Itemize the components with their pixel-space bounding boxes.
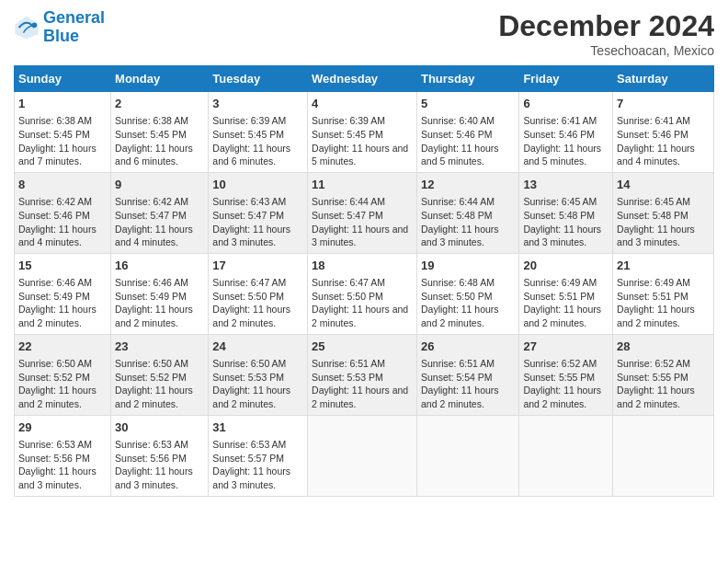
svg-marker-0 [15, 16, 38, 39]
calendar-week-row: 22Sunrise: 6:50 AMSunset: 5:52 PMDayligh… [15, 334, 714, 415]
calendar-cell: 20Sunrise: 6:49 AMSunset: 5:51 PMDayligh… [519, 253, 613, 334]
sunrise-text: Sunrise: 6:48 AM [421, 277, 495, 288]
sunrise-text: Sunrise: 6:50 AM [212, 358, 286, 369]
sunrise-text: Sunrise: 6:50 AM [115, 358, 188, 369]
sunrise-text: Sunrise: 6:42 AM [115, 196, 188, 207]
calendar-week-row: 15Sunrise: 6:46 AMSunset: 5:49 PMDayligh… [15, 253, 714, 334]
calendar-cell: 28Sunrise: 6:52 AMSunset: 5:55 PMDayligh… [613, 334, 714, 415]
day-number: 4 [312, 96, 413, 112]
calendar-cell: 21Sunrise: 6:49 AMSunset: 5:51 PMDayligh… [613, 253, 714, 334]
day-number: 22 [18, 339, 107, 355]
sunrise-text: Sunrise: 6:39 AM [312, 115, 385, 126]
daylight-text: Daylight: 11 hours and 2 minutes. [212, 304, 290, 328]
day-number: 2 [115, 96, 204, 112]
sunset-text: Sunset: 5:53 PM [212, 372, 284, 383]
sunset-text: Sunset: 5:51 PM [617, 291, 688, 302]
sunrise-text: Sunrise: 6:45 AM [617, 196, 690, 207]
daylight-text: Daylight: 11 hours and 5 minutes. [523, 143, 601, 167]
day-number: 3 [212, 96, 303, 112]
daylight-text: Daylight: 11 hours and 2 minutes. [312, 385, 408, 409]
calendar-cell: 16Sunrise: 6:46 AMSunset: 5:49 PMDayligh… [111, 253, 209, 334]
day-number: 5 [421, 96, 515, 112]
calendar-cell: 19Sunrise: 6:48 AMSunset: 5:50 PMDayligh… [416, 253, 518, 334]
calendar-cell: 9Sunrise: 6:42 AMSunset: 5:47 PMDaylight… [111, 172, 209, 253]
calendar-cell: 30Sunrise: 6:53 AMSunset: 5:56 PMDayligh… [111, 415, 209, 496]
daylight-text: Daylight: 11 hours and 2 minutes. [312, 304, 408, 328]
daylight-text: Daylight: 11 hours and 3 minutes. [212, 224, 290, 248]
logo-icon [14, 15, 40, 40]
calendar-cell [519, 415, 613, 496]
sunset-text: Sunset: 5:46 PM [421, 129, 493, 140]
sunrise-text: Sunrise: 6:39 AM [212, 115, 286, 126]
daylight-text: Daylight: 11 hours and 3 minutes. [523, 224, 601, 248]
sunrise-text: Sunrise: 6:49 AM [523, 277, 597, 288]
daylight-text: Daylight: 11 hours and 2 minutes. [421, 385, 499, 409]
calendar-cell: 23Sunrise: 6:50 AMSunset: 5:52 PMDayligh… [111, 334, 209, 415]
day-number: 28 [617, 339, 710, 355]
day-number: 17 [212, 258, 303, 274]
calendar-body: 1Sunrise: 6:38 AMSunset: 5:45 PMDaylight… [15, 92, 714, 497]
day-number: 16 [115, 258, 204, 274]
sunrise-text: Sunrise: 6:44 AM [421, 196, 495, 207]
sunset-text: Sunset: 5:57 PM [212, 453, 284, 464]
page-header: General Blue December 2024 Tesechoacan, … [14, 9, 714, 58]
sunset-text: Sunset: 5:52 PM [18, 372, 90, 383]
logo-line2: Blue [43, 27, 79, 45]
sunset-text: Sunset: 5:50 PM [212, 291, 284, 302]
calendar-cell: 4Sunrise: 6:39 AMSunset: 5:45 PMDaylight… [308, 92, 417, 173]
sunset-text: Sunset: 5:50 PM [312, 291, 383, 302]
sunrise-text: Sunrise: 6:45 AM [523, 196, 597, 207]
sunrise-text: Sunrise: 6:47 AM [212, 277, 286, 288]
day-number: 12 [421, 177, 515, 193]
sunset-text: Sunset: 5:47 PM [312, 210, 383, 221]
col-sunday: Sunday [15, 66, 111, 92]
calendar-cell: 13Sunrise: 6:45 AMSunset: 5:48 PMDayligh… [519, 172, 613, 253]
daylight-text: Daylight: 11 hours and 7 minutes. [18, 143, 97, 167]
daylight-text: Daylight: 11 hours and 2 minutes. [617, 304, 695, 328]
day-number: 6 [523, 96, 609, 112]
day-number: 29 [18, 419, 107, 436]
sunrise-text: Sunrise: 6:47 AM [312, 277, 385, 288]
calendar-cell: 25Sunrise: 6:51 AMSunset: 5:53 PMDayligh… [308, 334, 417, 415]
calendar-cell [613, 415, 714, 496]
daylight-text: Daylight: 11 hours and 2 minutes. [18, 385, 97, 409]
sunrise-text: Sunrise: 6:46 AM [18, 277, 92, 288]
day-number: 8 [18, 177, 107, 193]
sunrise-text: Sunrise: 6:53 AM [212, 439, 286, 450]
sunset-text: Sunset: 5:47 PM [212, 210, 284, 221]
daylight-text: Daylight: 11 hours and 2 minutes. [523, 385, 601, 409]
daylight-text: Daylight: 11 hours and 3 minutes. [312, 224, 408, 248]
calendar-cell: 12Sunrise: 6:44 AMSunset: 5:48 PMDayligh… [416, 172, 518, 253]
calendar-cell: 8Sunrise: 6:42 AMSunset: 5:46 PMDaylight… [15, 172, 111, 253]
daylight-text: Daylight: 11 hours and 3 minutes. [617, 224, 695, 248]
sunrise-text: Sunrise: 6:42 AM [18, 196, 92, 207]
day-number: 18 [312, 258, 413, 274]
sunrise-text: Sunrise: 6:51 AM [312, 358, 385, 369]
month-year-title: December 2024 [498, 9, 714, 43]
logo: General Blue [14, 9, 105, 46]
calendar-week-row: 8Sunrise: 6:42 AMSunset: 5:46 PMDaylight… [15, 172, 714, 253]
calendar-cell: 5Sunrise: 6:40 AMSunset: 5:46 PMDaylight… [416, 92, 518, 173]
logo-line1: General [43, 8, 105, 27]
day-number: 11 [312, 177, 413, 193]
sunset-text: Sunset: 5:45 PM [18, 129, 90, 140]
daylight-text: Daylight: 11 hours and 4 minutes. [617, 143, 695, 167]
sunrise-text: Sunrise: 6:41 AM [523, 115, 597, 126]
sunset-text: Sunset: 5:56 PM [18, 453, 90, 464]
calendar-week-row: 1Sunrise: 6:38 AMSunset: 5:45 PMDaylight… [15, 92, 714, 173]
daylight-text: Daylight: 11 hours and 2 minutes. [18, 304, 97, 328]
sunrise-text: Sunrise: 6:40 AM [421, 115, 495, 126]
day-number: 23 [115, 339, 204, 355]
sunset-text: Sunset: 5:53 PM [312, 372, 383, 383]
sunset-text: Sunset: 5:52 PM [115, 372, 187, 383]
sunset-text: Sunset: 5:48 PM [617, 210, 688, 221]
sunset-text: Sunset: 5:46 PM [617, 129, 688, 140]
calendar-cell: 22Sunrise: 6:50 AMSunset: 5:52 PMDayligh… [15, 334, 111, 415]
daylight-text: Daylight: 11 hours and 6 minutes. [115, 143, 193, 167]
calendar-cell: 11Sunrise: 6:44 AMSunset: 5:47 PMDayligh… [308, 172, 417, 253]
col-saturday: Saturday [613, 66, 714, 92]
sunrise-text: Sunrise: 6:52 AM [523, 358, 597, 369]
sunset-text: Sunset: 5:45 PM [115, 129, 187, 140]
calendar-cell: 2Sunrise: 6:38 AMSunset: 5:45 PMDaylight… [111, 92, 209, 173]
daylight-text: Daylight: 11 hours and 2 minutes. [617, 385, 695, 409]
